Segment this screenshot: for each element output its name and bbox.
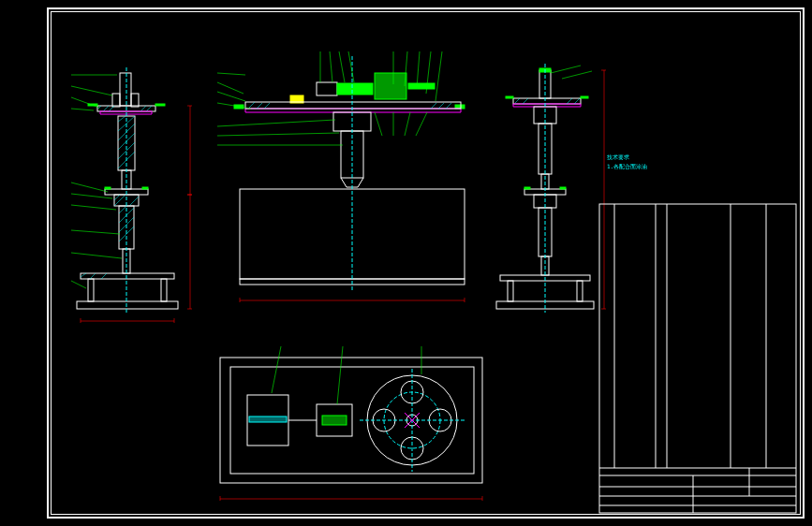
svg-line-8 [146,106,152,111]
svg-rect-20 [105,187,111,189]
svg-line-25 [129,197,139,206]
svg-line-83 [375,112,382,136]
svg-rect-100 [524,187,530,189]
svg-rect-33 [88,279,94,301]
svg-rect-107 [577,281,583,301]
svg-line-77 [217,82,244,94]
svg-line-125 [272,346,281,393]
svg-line-85 [405,112,410,136]
svg-line-73 [417,51,420,88]
svg-line-95 [574,98,580,104]
svg-line-109 [551,66,581,73]
svg-line-45 [71,205,116,210]
svg-line-78 [217,92,245,101]
svg-rect-34 [161,279,167,301]
svg-line-58 [257,103,262,109]
svg-line-61 [438,103,444,109]
svg-line-80 [217,120,335,126]
svg-line-36 [81,273,86,277]
svg-line-68 [330,51,332,82]
svg-line-62 [446,103,451,109]
cad-canvas[interactable]: 技术要求 1.各配合面涂油 [0,0,812,526]
svg-rect-10 [155,104,165,106]
svg-line-110 [562,71,592,79]
svg-line-60 [431,103,436,109]
svg-rect-90 [506,96,513,98]
svg-rect-106 [508,281,513,301]
svg-line-70 [348,51,354,82]
svg-rect-114 [249,416,287,422]
svg-line-86 [416,112,427,136]
svg-line-6 [109,106,114,111]
svg-rect-2 [112,94,120,107]
svg-line-24 [114,195,125,206]
svg-rect-117 [322,416,347,425]
svg-line-23 [114,195,120,200]
svg-line-28 [119,206,126,213]
svg-line-48 [71,281,86,288]
svg-line-12 [118,116,125,122]
view-side: 技术要求 1.各配合面涂油 [496,64,647,313]
svg-line-75 [436,51,442,101]
svg-rect-0 [120,73,131,106]
svg-rect-21 [142,187,148,189]
svg-line-16 [118,142,135,159]
svg-line-46 [71,230,120,234]
svg-line-7 [140,106,146,111]
view-front [217,51,465,302]
svg-line-42 [71,109,94,110]
view-plan [220,346,482,501]
svg-rect-49 [317,82,337,95]
svg-line-40 [71,86,112,95]
svg-line-92 [515,98,520,103]
svg-line-76 [217,73,245,75]
svg-line-38 [101,273,107,279]
view-bb-section [71,67,192,323]
svg-line-94 [567,98,572,104]
svg-rect-50 [337,83,373,95]
svg-rect-56 [245,102,461,109]
svg-line-47 [71,253,122,258]
svg-rect-51 [375,73,406,99]
svg-line-81 [217,133,339,136]
svg-rect-52 [408,83,435,89]
svg-line-37 [90,273,96,279]
svg-line-126 [337,346,343,404]
svg-line-69 [339,51,345,82]
svg-rect-55 [455,105,465,109]
svg-line-5 [103,106,109,111]
svg-rect-35 [77,301,178,309]
note-right: 技术要求 [606,153,629,160]
svg-line-59 [264,103,270,109]
svg-rect-1 [131,94,139,107]
svg-rect-91 [581,96,588,98]
svg-rect-101 [560,187,566,189]
svg-line-57 [249,102,255,108]
drawing-svg: 技术要求 1.各配合面涂油 [0,0,812,526]
svg-line-93 [523,98,528,104]
svg-line-43 [71,183,108,192]
svg-line-41 [71,97,99,108]
note-right-2: 1.各配合面涂油 [607,163,647,169]
bom-table [599,204,796,513]
